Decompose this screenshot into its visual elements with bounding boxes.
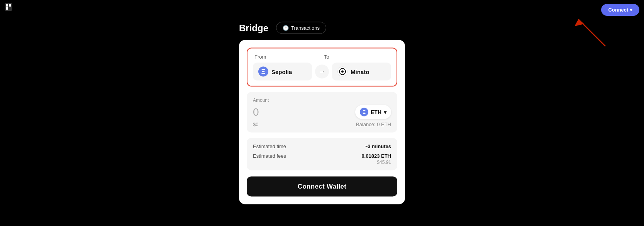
svg-line-4 (578, 19, 605, 46)
swap-direction-button[interactable]: → (315, 65, 329, 79)
amount-label: Amount (253, 98, 391, 103)
from-network-label: Sepolia (271, 68, 292, 75)
eth-network-icon: Ξ (258, 67, 268, 77)
top-right-connect-button[interactable]: Connect ▾ (601, 4, 639, 16)
fees-value-group: 0.01823 ETH $45.91 (361, 153, 391, 165)
top-left-logo (5, 3, 12, 13)
estimated-time-row: Estimated time ~3 minutes (253, 143, 391, 149)
connect-wallet-button[interactable]: Connect Wallet (247, 177, 397, 197)
estimated-fees-value: 0.01823 ETH (361, 153, 391, 159)
to-label: To (320, 54, 390, 60)
bridge-header: Bridge 🕐 Transactions (239, 22, 405, 34)
arrow-right-icon: → (319, 68, 325, 75)
from-to-labels: From To (253, 54, 391, 60)
svg-marker-5 (575, 19, 584, 26)
estimated-fees-row: Estimated fees 0.01823 ETH $45.91 (253, 153, 391, 165)
token-selector-button[interactable]: Ξ ETH ▾ (355, 105, 391, 119)
balance-display: Balance: 0 ETH (356, 121, 391, 127)
amount-bottom-row: $0 Balance: 0 ETH (253, 121, 391, 127)
chevron-down-icon: ▾ (384, 109, 386, 115)
estimated-time-label: Estimated time (253, 143, 286, 149)
estimated-time-value: ~3 minutes (365, 143, 391, 149)
transactions-button[interactable]: 🕐 Transactions (276, 22, 326, 34)
estimated-fees-label: Estimated fees (253, 153, 286, 159)
amount-input[interactable] (253, 106, 311, 118)
svg-rect-0 (5, 3, 12, 11)
clock-icon: 🕐 (283, 25, 289, 31)
svg-rect-3 (6, 7, 8, 10)
from-label: From (254, 54, 320, 60)
bridge-title: Bridge (239, 22, 268, 33)
svg-rect-1 (6, 4, 8, 7)
eth-token-icon: Ξ (360, 108, 368, 116)
from-to-section: From To Ξ Sepolia → (247, 48, 397, 87)
minato-network-icon (337, 67, 347, 77)
estimated-fees-usd: $45.91 (361, 160, 391, 165)
to-network-label: Minato (351, 68, 369, 75)
svg-rect-2 (9, 4, 11, 7)
bridge-container: Bridge 🕐 Transactions From To Ξ Sepolia … (239, 22, 405, 204)
info-section: Estimated time ~3 minutes Estimated fees… (247, 138, 397, 170)
token-label: ETH (371, 109, 381, 115)
to-network-button[interactable]: Minato (332, 63, 391, 81)
from-to-row: Ξ Sepolia → Minato (253, 63, 391, 81)
arrow-annotation (567, 15, 613, 54)
usd-value: $0 (253, 121, 258, 127)
amount-section: Amount Ξ ETH ▾ $0 Balance: 0 ETH (247, 92, 397, 133)
bridge-card: From To Ξ Sepolia → (239, 40, 405, 204)
from-network-button[interactable]: Ξ Sepolia (253, 63, 312, 81)
transactions-label: Transactions (291, 25, 320, 31)
amount-row: Ξ ETH ▾ (253, 105, 391, 119)
